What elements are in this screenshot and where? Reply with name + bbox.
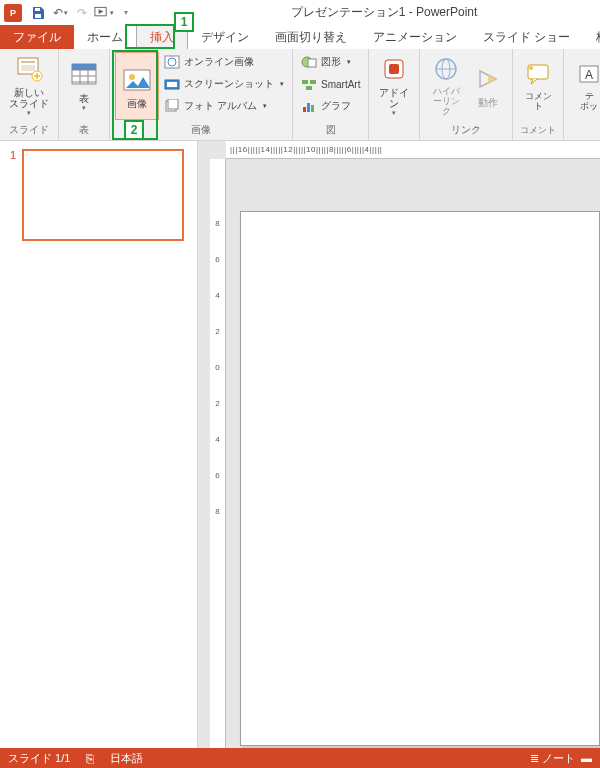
comment-icon (522, 58, 554, 90)
tab-home[interactable]: ホーム (74, 25, 136, 49)
photo-album-button[interactable]: フォト アルバム▾ (160, 95, 288, 117)
tab-file[interactable]: ファイル (0, 25, 74, 49)
start-from-beginning-icon[interactable]: ▾ (94, 3, 114, 23)
new-slide-icon (13, 53, 45, 85)
chart-button[interactable]: グラフ (297, 95, 364, 117)
shapes-icon (301, 54, 317, 70)
addin-button[interactable]: アドイ ン ▾ (373, 51, 415, 119)
screenshot-icon (164, 76, 180, 92)
undo-icon[interactable]: ↶▾ (50, 3, 70, 23)
photo-album-icon (164, 98, 180, 114)
textbox-button[interactable]: A テ ボッ (568, 51, 600, 119)
status-spellcheck-icon[interactable]: ⎘ (86, 751, 94, 766)
ribbon-tabs: ファイル ホーム 挿入 デザイン 画面切り替え アニメーション スライド ショー… (0, 25, 600, 49)
svg-rect-5 (21, 65, 35, 71)
tutorial-callout-1: 1 (174, 12, 194, 32)
svg-rect-18 (308, 59, 316, 67)
addin-icon (378, 53, 410, 85)
svg-rect-23 (307, 103, 310, 112)
online-pictures-icon (164, 54, 180, 70)
svg-rect-8 (72, 64, 96, 70)
slide-number: 1 (10, 149, 16, 241)
tab-animations[interactable]: アニメーション (360, 25, 470, 49)
action-button[interactable]: 動作 (468, 51, 508, 119)
customize-qat-icon[interactable]: ▾ (116, 3, 136, 23)
svg-rect-22 (303, 107, 306, 112)
svg-rect-4 (21, 61, 35, 63)
workspace: 1 |||16|||||14|||||12|||||10|||||8|||||6… (0, 141, 600, 748)
svg-rect-16 (168, 99, 178, 109)
svg-rect-24 (311, 105, 314, 112)
new-slide-button[interactable]: 新しい スライド ▾ (4, 51, 54, 119)
svg-point-10 (129, 74, 135, 80)
comments-toggle-icon[interactable]: ▬ (581, 752, 592, 764)
slide-thumbnail-panel: 1 (0, 141, 198, 748)
picture-button[interactable]: 画像 (115, 52, 159, 120)
slide-thumbnail[interactable] (22, 149, 184, 241)
save-icon[interactable] (28, 3, 48, 23)
svg-rect-0 (35, 8, 40, 11)
ribbon-group-addin: アドイ ン ▾ (369, 49, 420, 140)
tab-slideshow[interactable]: スライド ショー (470, 25, 583, 49)
tab-review[interactable]: 校閲 (583, 25, 600, 49)
status-slide-count[interactable]: スライド 1/1 (8, 751, 70, 766)
shapes-button[interactable]: 図形▾ (297, 51, 364, 73)
horizontal-ruler: |||16|||||14|||||12|||||10|||||8|||||6||… (226, 141, 600, 159)
comment-button[interactable]: コメント (517, 51, 559, 119)
vertical-ruler: 8 6 4 2 0 2 4 6 8 (210, 159, 226, 748)
dropdown-arrow-icon: ▾ (82, 104, 86, 112)
ribbon-group-slides: 新しい スライド ▾ スライド (0, 49, 59, 140)
tutorial-callout-2: 2 (124, 120, 144, 140)
title-bar: P ↶▾ ↷ ▾ ▾ プレゼンテーション1 - PowerPoint (0, 0, 600, 25)
slide-canvas[interactable] (240, 211, 600, 746)
slide-thumbnail-item[interactable]: 1 (10, 149, 187, 241)
action-icon (472, 63, 504, 95)
smartart-icon (301, 76, 317, 92)
svg-rect-20 (310, 80, 316, 84)
status-bar: スライド 1/1 ⎘ 日本語 ≣ ノート ▬ (0, 748, 600, 768)
window-title: プレゼンテーション1 - PowerPoint (291, 4, 478, 21)
redo-icon[interactable]: ↷ (72, 3, 92, 23)
ribbon: 新しい スライド ▾ スライド 表 ▾ 表 画像 (0, 49, 600, 141)
svg-rect-19 (302, 80, 308, 84)
ribbon-group-comments: コメント コメント (513, 49, 564, 140)
notes-toggle[interactable]: ≣ ノート (530, 751, 575, 766)
hyperlink-button[interactable]: ハイパーリンク (424, 51, 468, 119)
ribbon-group-text: A テ ボッ (564, 49, 600, 140)
hyperlink-icon (430, 53, 462, 85)
screenshot-button[interactable]: スクリーンショット▾ (160, 73, 288, 95)
ribbon-group-table: 表 ▾ 表 (59, 49, 110, 140)
picture-icon (121, 64, 153, 96)
powerpoint-app-icon: P (4, 4, 22, 22)
tab-design[interactable]: デザイン (188, 25, 262, 49)
svg-rect-1 (35, 14, 41, 18)
textbox-icon: A (573, 58, 600, 90)
dropdown-arrow-icon: ▾ (27, 109, 31, 117)
svg-rect-21 (306, 86, 312, 90)
table-button[interactable]: 表 ▾ (63, 51, 105, 119)
quick-access-toolbar: ↶▾ ↷ ▾ ▾ (28, 3, 136, 23)
online-pictures-button[interactable]: オンライン画像 (160, 51, 288, 73)
svg-rect-26 (389, 64, 399, 74)
ribbon-group-illustrations: 図形▾ SmartArt グラフ 図 (293, 49, 369, 140)
chart-icon (301, 98, 317, 114)
svg-rect-14 (167, 82, 177, 87)
dropdown-arrow-icon: ▾ (392, 109, 396, 117)
smartart-button[interactable]: SmartArt (297, 73, 364, 95)
status-language[interactable]: 日本語 (110, 751, 143, 766)
table-icon (68, 59, 100, 91)
tab-transitions[interactable]: 画面切り替え (262, 25, 360, 49)
ribbon-group-links: ハイパーリンク 動作 リンク (420, 49, 513, 140)
slide-edit-area: |||16|||||14|||||12|||||10|||||8|||||6||… (198, 141, 600, 748)
svg-point-30 (529, 66, 533, 70)
svg-text:A: A (585, 68, 593, 82)
